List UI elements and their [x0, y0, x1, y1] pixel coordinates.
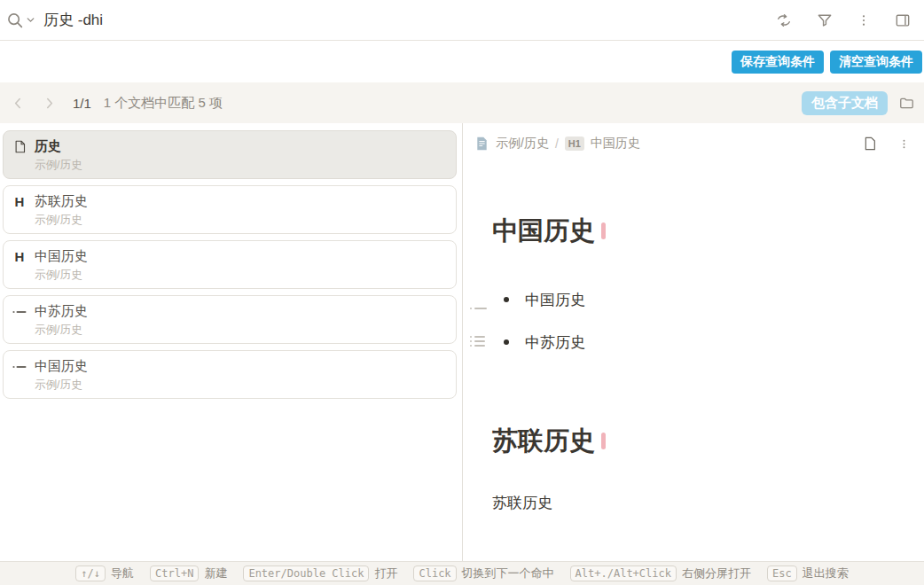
shortcut-label: 打开: [374, 566, 397, 581]
bullet-icon: [504, 297, 509, 302]
shortcut-key: Ctrl+N: [150, 566, 199, 581]
shortcut-hint: ↑/↓ 导航: [75, 566, 134, 581]
heading-text: 中国历史: [492, 214, 595, 247]
list-item-text: 中国历史: [525, 290, 585, 310]
search-result-item[interactable]: H 中国历史 示例/历史: [3, 240, 457, 289]
include-subdocs-toggle[interactable]: 包含子文档: [802, 91, 888, 115]
shortcut-hint: Enter/Double Click 打开: [243, 566, 397, 581]
breadcrumb: 示例/历史 / H1 中国历史: [463, 123, 924, 152]
list-block: 中国历史 中苏历史: [492, 291, 924, 351]
prev-match-button[interactable]: [7, 92, 29, 114]
shortcut-hint: Ctrl+N 新建: [150, 566, 227, 581]
paragraph-block[interactable]: 苏联历史: [492, 493, 924, 513]
clear-query-button[interactable]: 清空查询条件: [830, 51, 922, 74]
dock-right-icon[interactable]: [894, 12, 912, 29]
search-type-menu[interactable]: [5, 11, 36, 30]
shortcut-key: Alt+./Alt+Click: [570, 566, 677, 581]
heading-level-badge: H1: [565, 136, 584, 151]
heading-icon: H: [12, 250, 27, 264]
shortcut-hint: Alt+./Alt+Click 右侧分屏打开: [570, 566, 751, 581]
breadcrumb-separator: /: [555, 136, 559, 151]
result-path: 示例/历史: [35, 158, 447, 173]
search-result-item[interactable]: 中苏历史 示例/历史: [3, 295, 457, 344]
file-icon[interactable]: [863, 136, 877, 152]
search-icon: [5, 11, 25, 30]
shortcut-key: Click: [413, 566, 456, 581]
result-title: 中国历史: [35, 248, 88, 265]
result-title: 中苏历史: [35, 303, 88, 320]
filter-icon[interactable]: [816, 12, 834, 29]
folder-icon[interactable]: [898, 95, 915, 112]
result-title: 中国历史: [35, 358, 88, 375]
shortcut-label: 退出搜索: [803, 566, 849, 581]
heading-block[interactable]: 苏联历史: [492, 424, 924, 457]
shortcut-key: Enter/Double Click: [243, 566, 369, 581]
search-result-item[interactable]: H 苏联历史 示例/历史: [3, 185, 457, 234]
result-path: 示例/历史: [35, 268, 447, 283]
preview-pane: 示例/历史 / H1 中国历史 中国历史: [463, 123, 924, 561]
more-vertical-icon[interactable]: [857, 12, 871, 28]
match-nav-row: 1/1 1 个文档中匹配 5 项 包含子文档: [0, 82, 924, 123]
list-item-icon: [12, 360, 27, 374]
shortcut-key: Esc: [767, 566, 797, 581]
search-results-list: 历史 示例/历史 H 苏联历史 示例/历史 H 中国历史 示例/历史 中苏历: [0, 123, 463, 561]
shortcut-label: 新建: [204, 566, 227, 581]
shortcut-hint: Esc 退出搜索: [767, 566, 849, 581]
editor: 中国历史 中国历史 中苏历史 苏联历史 苏联历史: [463, 214, 924, 513]
status-bar: ↑/↓ 导航 Ctrl+N 新建 Enter/Double Click 打开 C…: [0, 561, 924, 585]
more-vertical-icon[interactable]: [898, 137, 910, 151]
result-path: 示例/历史: [35, 213, 447, 228]
match-position: 1/1: [73, 96, 91, 111]
list-item[interactable]: 中国历史: [492, 291, 924, 308]
next-match-button[interactable]: [38, 92, 60, 114]
shortcut-label: 导航: [111, 566, 134, 581]
bullet-icon: [504, 339, 509, 345]
result-title: 历史: [35, 138, 61, 155]
match-summary: 1 个文档中匹配 5 项: [104, 95, 223, 112]
shortcut-label: 右侧分屏打开: [682, 566, 751, 581]
breadcrumb-heading[interactable]: 中国历史: [591, 136, 640, 152]
list-item[interactable]: 中苏历史: [492, 333, 924, 351]
query-actions-row: 保存查询条件 清空查询条件: [0, 41, 924, 82]
document-filled-icon: [474, 136, 489, 152]
search-bar: [0, 0, 924, 41]
shortcut-label: 切换到下一个命中: [462, 566, 554, 581]
save-query-button[interactable]: 保存查询条件: [732, 51, 824, 74]
list-item-text: 中苏历史: [525, 332, 585, 353]
search-result-item[interactable]: 中国历史 示例/历史: [3, 350, 457, 399]
replace-toggle-icon[interactable]: [775, 12, 793, 29]
shortcut-key: ↑/↓: [75, 566, 106, 581]
breadcrumb-doc[interactable]: 示例/历史: [496, 136, 549, 152]
list-item-icon: [12, 305, 27, 319]
chevron-down-icon: [25, 14, 36, 26]
main-area: 历史 示例/历史 H 苏联历史 示例/历史 H 中国历史 示例/历史 中苏历: [0, 123, 924, 561]
result-title: 苏联历史: [35, 193, 88, 210]
result-path: 示例/历史: [35, 378, 447, 393]
search-input[interactable]: [43, 12, 775, 29]
shortcut-hint: Click 切换到下一个命中: [413, 566, 553, 581]
heading-text: 苏联历史: [492, 424, 595, 457]
heading-block[interactable]: 中国历史: [492, 214, 924, 247]
result-path: 示例/历史: [35, 323, 447, 338]
heading-icon: H: [12, 195, 27, 209]
document-icon: [12, 139, 27, 154]
search-highlight-marker: [601, 433, 606, 449]
search-result-item[interactable]: 历史 示例/历史: [3, 130, 457, 179]
search-highlight-marker: [601, 222, 606, 239]
